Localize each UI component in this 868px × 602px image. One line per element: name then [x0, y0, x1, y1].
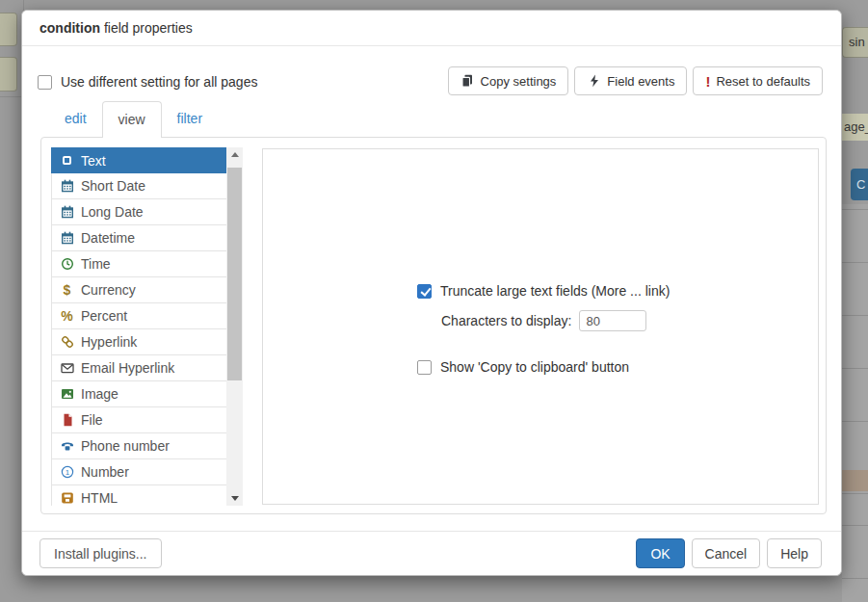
truncate-option-row: Truncate large text fields (More ... lin… — [417, 283, 670, 299]
background-highlight-row — [842, 470, 868, 491]
calendar-icon — [60, 179, 74, 194]
show-copy-option-row: Show 'Copy to clipboard' button — [417, 359, 629, 375]
background-age-field: age_ — [842, 114, 868, 141]
field-type-label: Email Hyperlink — [81, 360, 174, 376]
background-row-divider — [842, 209, 868, 210]
background-row-divider — [842, 368, 868, 369]
background-blue-button: C — [851, 169, 868, 200]
cancel-button[interactable]: Cancel — [692, 538, 761, 568]
field-type-label: Number — [81, 464, 129, 480]
background-row-divider — [842, 493, 868, 494]
calendar-icon — [60, 231, 74, 246]
background-button-stub — [0, 57, 17, 92]
svg-text:1: 1 — [65, 468, 69, 477]
calendar-icon — [60, 205, 74, 220]
field-properties-dialog: condition field properties Use different… — [21, 10, 842, 576]
characters-to-display-row: Characters to display: — [441, 310, 646, 331]
truncate-checkbox[interactable] — [417, 284, 432, 299]
field-type-row-file[interactable]: File — [51, 407, 226, 433]
field-type-row-currency[interactable]: $ Currency — [51, 277, 226, 303]
scrollbar-thumb[interactable] — [227, 168, 242, 380]
copy-settings-button[interactable]: Copy settings — [448, 66, 569, 95]
background-row-divider — [842, 262, 868, 263]
background-row-divider — [842, 315, 868, 316]
background-row-divider — [842, 578, 868, 579]
use-different-setting-row: Use different setting for all pages — [38, 74, 257, 90]
field-type-list: Text Short Date Long Date Datetime — [51, 147, 226, 506]
copy-icon — [460, 74, 475, 89]
ok-button[interactable]: OK — [636, 538, 684, 568]
dialog-footer: Install plugins... OK Cancel Help — [22, 531, 841, 575]
field-type-row-time[interactable]: Time — [51, 251, 226, 277]
field-events-label: Field events — [607, 74, 674, 89]
scrollbar-down-arrow[interactable] — [226, 491, 243, 506]
show-copy-label: Show 'Copy to clipboard' button — [440, 359, 629, 375]
install-plugins-button[interactable]: Install plugins... — [39, 538, 162, 568]
field-type-label: Phone number — [81, 438, 170, 454]
field-type-label: Text — [81, 153, 106, 169]
field-type-row-datetime[interactable]: Datetime — [51, 225, 226, 251]
field-type-label: Hyperlink — [81, 334, 137, 350]
characters-to-display-input[interactable] — [579, 310, 646, 331]
truncate-label: Truncate large text fields (More ... lin… — [440, 283, 670, 299]
text-icon — [60, 153, 74, 168]
field-type-label: Datetime — [81, 230, 135, 246]
number-icon: 1 — [60, 465, 74, 480]
copy-settings-label: Copy settings — [481, 74, 557, 89]
field-type-label: File — [81, 412, 103, 428]
dialog-title: condition field properties — [22, 11, 841, 46]
field-type-label: Currency — [81, 282, 136, 298]
reset-to-defaults-button[interactable]: ! Reset to defaults — [693, 66, 823, 95]
field-type-row-short-date[interactable]: Short Date — [51, 173, 226, 199]
clock-icon — [60, 257, 74, 272]
background-button-stub — [0, 13, 17, 46]
image-icon — [60, 387, 74, 402]
reset-to-defaults-label: Reset to defaults — [716, 74, 810, 89]
tab-view[interactable]: view — [102, 101, 162, 138]
tab-edit[interactable]: edit — [49, 101, 102, 138]
background-row-divider — [842, 525, 868, 526]
dialog-tabs: edit view filter — [49, 101, 218, 138]
envelope-icon — [60, 361, 74, 376]
field-type-row-hyperlink[interactable]: Hyperlink — [51, 329, 226, 355]
background-page: sin age_ C — [842, 0, 868, 602]
help-button[interactable]: Help — [767, 538, 822, 568]
background-row-divider — [842, 421, 868, 422]
field-type-label: Time — [81, 256, 111, 272]
field-type-row-image[interactable]: Image — [51, 381, 226, 407]
file-icon — [60, 413, 74, 428]
field-type-row-html[interactable]: HTML — [51, 485, 226, 506]
show-copy-checkbox[interactable] — [417, 360, 432, 375]
field-type-row-phone-number[interactable]: Phone number — [51, 433, 226, 459]
text-view-options-panel: Truncate large text fields (More ... lin… — [262, 148, 819, 505]
field-type-row-percent[interactable]: % Percent — [51, 303, 226, 329]
field-type-label: Long Date — [81, 204, 144, 220]
field-type-row-long-date[interactable]: Long Date — [51, 199, 226, 225]
link-icon — [60, 335, 74, 350]
use-different-setting-label: Use different setting for all pages — [61, 74, 257, 90]
field-type-label: Short Date — [81, 178, 145, 194]
field-type-label: Image — [81, 386, 118, 402]
dollar-icon: $ — [60, 283, 74, 298]
exclamation-icon: ! — [705, 73, 710, 90]
percent-icon: % — [60, 309, 74, 324]
scrollbar-up-arrow[interactable] — [226, 147, 243, 162]
dialog-title-suffix: field properties — [100, 20, 193, 36]
dialog-toolbar: Copy settings Field events ! Reset to de… — [448, 66, 823, 95]
view-tab-panel: Text Short Date Long Date Datetime — [40, 137, 827, 514]
footer-action-buttons: OK Cancel Help — [636, 538, 822, 568]
html-icon — [60, 491, 74, 506]
characters-to-display-label: Characters to display: — [441, 313, 571, 328]
use-different-setting-checkbox[interactable] — [38, 75, 52, 90]
field-type-list-scrollbar[interactable] — [226, 147, 243, 506]
field-type-row-number[interactable]: 1 Number — [51, 459, 226, 485]
field-type-label: Percent — [81, 308, 127, 324]
background-table-rows — [842, 204, 868, 602]
field-type-label: HTML — [81, 490, 118, 506]
field-type-row-text[interactable]: Text — [51, 147, 226, 173]
field-type-row-email-hyperlink[interactable]: Email Hyperlink — [51, 355, 226, 381]
background-sin-button: sin — [842, 27, 868, 58]
tab-filter[interactable]: filter — [162, 101, 218, 138]
field-events-button[interactable]: Field events — [574, 66, 687, 95]
bolt-icon — [587, 74, 601, 89]
